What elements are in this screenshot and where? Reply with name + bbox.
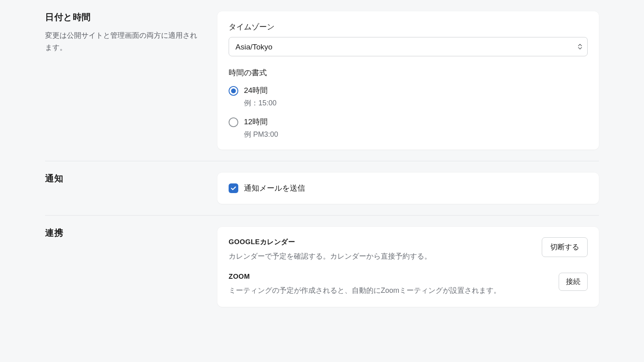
zoom-connect-button[interactable]: 接続 [559,273,588,291]
radio-12h-label: 12時間 [244,117,278,127]
integration-zoom: ZOOM ミーティングの予定が作成されると、自動的にZoomミーティングが設置さ… [229,273,588,296]
section-notifications: 通知 通知メールを送信 [45,161,599,215]
radio-24h-input[interactable] [229,86,238,96]
timezone-select[interactable]: Asia/Tokyo [229,37,588,56]
radio-12h-input[interactable] [229,117,238,127]
google-title: GOOGLEカレンダー [229,237,534,247]
radio-24h-label: 24時間 [244,85,277,96]
time-format-label: 時間の書式 [229,68,588,78]
radio-24h[interactable]: 24時間 例：15:00 [229,85,588,108]
integrations-title: 連携 [45,227,198,239]
notifications-card: 通知メールを送信 [217,173,599,204]
send-email-label: 通知メールを送信 [244,183,305,193]
radio-12h-example: 例 PM3:00 [244,130,278,139]
section-datetime: 日付と時間 変更は公開サイトと管理画面の両方に適用されます。 タイムゾーン As… [45,11,599,161]
zoom-title: ZOOM [229,273,551,281]
radio-24h-example: 例：15:00 [244,98,277,108]
check-icon [230,185,237,191]
notifications-title: 通知 [45,173,198,185]
checkbox-input[interactable] [229,183,238,193]
timezone-label: タイムゾーン [229,22,588,32]
integration-google: GOOGLEカレンダー カレンダーで予定を確認する。カレンダーから直接予約する。… [229,237,588,262]
radio-12h[interactable]: 12時間 例 PM3:00 [229,117,588,139]
datetime-card: タイムゾーン Asia/Tokyo 時間の書式 24時間 [217,11,599,150]
datetime-title: 日付と時間 [45,11,198,23]
zoom-description: ミーティングの予定が作成されると、自動的にZoomミーティングが設置されます。 [229,285,551,296]
datetime-description: 変更は公開サイトと管理画面の両方に適用されます。 [45,30,198,53]
send-email-checkbox[interactable]: 通知メールを送信 [229,183,588,193]
google-disconnect-button[interactable]: 切断する [542,237,588,257]
integrations-card: GOOGLEカレンダー カレンダーで予定を確認する。カレンダーから直接予約する。… [217,227,599,307]
google-description: カレンダーで予定を確認する。カレンダーから直接予約する。 [229,251,534,262]
section-integrations: 連携 GOOGLEカレンダー カレンダーで予定を確認する。カレンダーから直接予約… [45,215,599,318]
